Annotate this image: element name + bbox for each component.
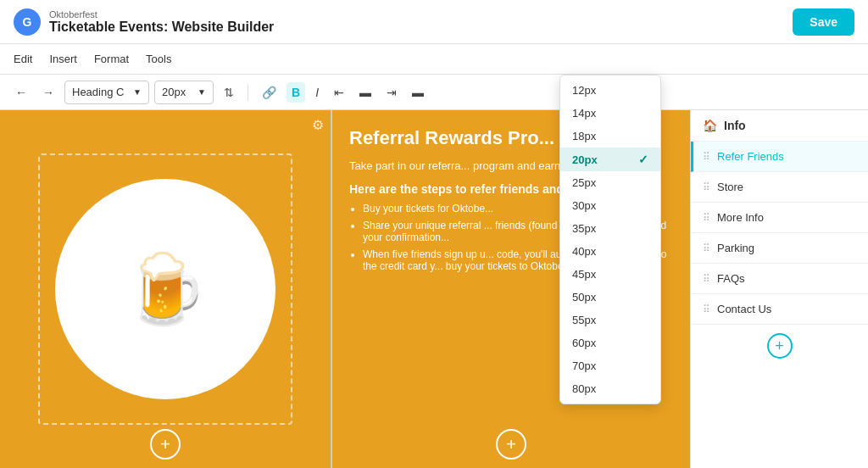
font-size-option[interactable]: 55px xyxy=(560,309,660,332)
font-size-option[interactable]: 35px xyxy=(560,217,660,240)
sidebar: 🏠 Info ⠿ Refer Friends ⠿ Store ⠿ More In… xyxy=(690,110,868,468)
heading-dropdown-arrow: ▼ xyxy=(133,87,142,97)
font-size-option[interactable]: 14px xyxy=(560,102,660,125)
sidebar-item-label: More Info xyxy=(717,211,764,224)
add-block-center-button[interactable]: + xyxy=(496,429,526,460)
drag-handle-icon: ⠿ xyxy=(703,151,710,163)
menu-format[interactable]: Format xyxy=(94,49,129,69)
sidebar-item-store[interactable]: ⠿ Store xyxy=(691,172,868,203)
drag-handle-icon: ⠿ xyxy=(703,181,710,193)
redo-button[interactable]: → xyxy=(37,82,59,103)
bold-button[interactable]: B xyxy=(287,82,305,103)
gear-icon[interactable]: ⚙ xyxy=(312,117,324,133)
font-size-option[interactable]: 60px xyxy=(560,332,660,354)
app-logo: G xyxy=(14,8,41,36)
sidebar-item-label: Store xyxy=(717,181,743,193)
beer-illustration: 🍺 xyxy=(55,179,275,399)
canvas-left: ⚙ 🍺 + xyxy=(0,110,331,468)
org-name: Oktoberfest xyxy=(49,9,274,20)
align-center-button[interactable]: ▬ xyxy=(354,82,376,103)
topbar: G Oktoberfest Ticketable Events: Website… xyxy=(0,0,868,44)
sidebar-section-label: Info xyxy=(724,119,746,132)
align-left-button[interactable]: ⇤ xyxy=(329,82,349,103)
heading-style-select[interactable]: Heading C ▼ xyxy=(64,81,149,104)
font-size-option[interactable]: 40px xyxy=(560,240,660,263)
sidebar-item-label: FAQs xyxy=(717,272,745,285)
link-button[interactable]: 🔗 xyxy=(257,82,281,103)
toolbar-divider-1 xyxy=(248,84,248,101)
app-title: Ticketable Events: Website Builder xyxy=(49,20,274,35)
drag-handle-icon: ⠿ xyxy=(703,242,710,254)
sidebar-add-button[interactable]: + xyxy=(767,333,793,359)
font-size-option[interactable]: 18px xyxy=(560,125,660,148)
menubar: Edit Insert Format Tools xyxy=(0,44,868,75)
topbar-left: G Oktoberfest Ticketable Events: Website… xyxy=(14,8,274,36)
sidebar-item-refer-friends[interactable]: ⠿ Refer Friends xyxy=(691,142,868,172)
selected-check-icon: ✓ xyxy=(638,153,648,166)
menu-edit[interactable]: Edit xyxy=(14,49,32,69)
font-size-option[interactable]: 25px xyxy=(560,171,660,194)
font-size-dropdown: 12px14px18px20px✓25px30px35px40px45px50p… xyxy=(559,75,661,404)
sidebar-item-label: Contact Us xyxy=(717,303,771,315)
font-size-option[interactable]: 80px xyxy=(560,377,660,400)
main-area: ⚙ 🍺 + Referral Rewards Pro... Take part … xyxy=(0,110,868,468)
home-icon: 🏠 xyxy=(703,119,717,132)
sidebar-item-parking[interactable]: ⠿ Parking xyxy=(691,233,868,264)
sidebar-item-more-info[interactable]: ⠿ More Info xyxy=(691,203,868,233)
justify-button[interactable]: ▬ xyxy=(407,82,429,103)
font-size-option[interactable]: 12px xyxy=(560,79,660,102)
save-button[interactable]: Save xyxy=(793,8,854,36)
drag-handle-icon: ⠿ xyxy=(703,212,710,224)
sidebar-item-label: Refer Friends xyxy=(717,150,784,163)
sidebar-item-faqs[interactable]: ⠿ FAQs xyxy=(691,264,868,294)
font-size-option[interactable]: 45px xyxy=(560,263,660,286)
font-size-option[interactable]: 20px✓ xyxy=(560,148,660,171)
font-size-option[interactable]: 50px xyxy=(560,286,660,309)
menu-insert[interactable]: Insert xyxy=(49,49,77,69)
drag-handle-icon: ⠿ xyxy=(703,273,710,285)
sidebar-info-section: 🏠 Info xyxy=(691,110,868,142)
italic-button[interactable]: I xyxy=(310,82,324,103)
size-dropdown-arrow: ▼ xyxy=(198,87,206,97)
font-size-option[interactable]: 30px xyxy=(560,194,660,217)
align-right-button[interactable]: ⇥ xyxy=(381,82,402,103)
sidebar-item-contact-us[interactable]: ⠿ Contact Us xyxy=(691,294,868,325)
undo-button[interactable]: ← xyxy=(10,82,32,103)
font-size-select[interactable]: 20px ▼ xyxy=(154,81,214,104)
topbar-right: Save xyxy=(793,8,854,36)
line-height-button[interactable]: ⇅ xyxy=(219,82,239,103)
font-size-option[interactable]: 70px xyxy=(560,354,660,377)
add-block-left-button[interactable]: + xyxy=(150,429,181,460)
sidebar-item-label: Parking xyxy=(717,242,754,254)
canvas-image-area[interactable]: 🍺 xyxy=(38,153,292,425)
title-group: Oktoberfest Ticketable Events: Website B… xyxy=(49,9,274,35)
toolbar: ← → Heading C ▼ 20px ▼ ⇅ 🔗 B I ⇤ ▬ ⇥ ▬ xyxy=(0,75,868,110)
drag-handle-icon: ⠿ xyxy=(703,304,710,315)
menu-tools[interactable]: Tools xyxy=(146,49,171,69)
